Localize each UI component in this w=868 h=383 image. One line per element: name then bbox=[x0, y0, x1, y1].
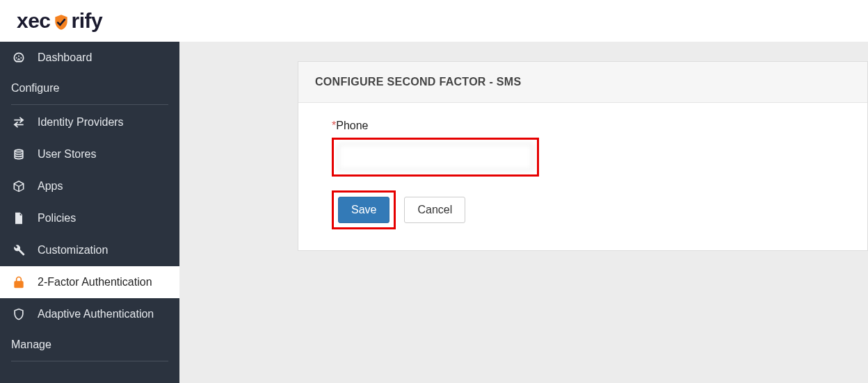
database-icon bbox=[11, 147, 26, 162]
lock-icon bbox=[11, 275, 26, 290]
sidebar-item-label: 2-Factor Authentication bbox=[38, 276, 152, 288]
sidebar-item-label: Customization bbox=[38, 244, 108, 256]
phone-label: *Phone bbox=[332, 120, 848, 132]
sidebar-item-identity-providers[interactable]: Identity Providers bbox=[0, 106, 179, 138]
config-panel: CONFIGURE SECOND FACTOR - SMS *Phone Sav… bbox=[298, 61, 868, 251]
sidebar-item-label: User Stores bbox=[38, 148, 96, 161]
phone-label-text: Phone bbox=[336, 120, 368, 131]
logo-text-prefix: xec bbox=[17, 9, 51, 33]
sidebar: Dashboard Configure Identity Providers U… bbox=[0, 42, 179, 383]
exchange-icon bbox=[11, 115, 26, 130]
sidebar-section-manage: Manage bbox=[0, 330, 179, 359]
sidebar-item-user-stores[interactable]: User Stores bbox=[0, 138, 179, 170]
phone-input[interactable] bbox=[338, 144, 533, 170]
sidebar-item-apps[interactable]: Apps bbox=[0, 170, 179, 202]
wrench-icon bbox=[11, 243, 26, 258]
shield-check-icon bbox=[52, 13, 70, 31]
file-icon bbox=[11, 211, 26, 226]
dashboard-icon bbox=[11, 50, 26, 65]
sidebar-item-label: Identity Providers bbox=[38, 116, 124, 129]
sidebar-item-customization[interactable]: Customization bbox=[0, 234, 179, 266]
sidebar-item-label: Adaptive Authentication bbox=[38, 308, 154, 320]
save-highlight: Save bbox=[332, 190, 396, 229]
sidebar-section-configure: Configure bbox=[0, 74, 179, 103]
phone-highlight bbox=[332, 138, 539, 177]
sidebar-item-policies[interactable]: Policies bbox=[0, 202, 179, 234]
cancel-button[interactable]: Cancel bbox=[404, 197, 465, 223]
box-icon bbox=[11, 179, 26, 194]
sidebar-item-adaptive-auth[interactable]: Adaptive Authentication bbox=[0, 298, 179, 330]
app-header: xec rify bbox=[0, 0, 868, 42]
divider bbox=[11, 361, 168, 361]
sidebar-item-label: Policies bbox=[38, 212, 76, 225]
sidebar-item-dashboard[interactable]: Dashboard bbox=[0, 42, 179, 74]
shield-icon bbox=[11, 307, 26, 322]
content-area: CONFIGURE SECOND FACTOR - SMS *Phone Sav… bbox=[179, 42, 868, 383]
logo-text-suffix: rify bbox=[72, 9, 103, 33]
logo: xec rify bbox=[17, 9, 102, 33]
sidebar-item-2fa[interactable]: 2-Factor Authentication bbox=[0, 266, 179, 298]
phone-field-row: *Phone bbox=[332, 120, 848, 177]
panel-body: *Phone Save Cancel bbox=[298, 103, 867, 250]
sidebar-item-label: Dashboard bbox=[38, 51, 92, 64]
panel-title: CONFIGURE SECOND FACTOR - SMS bbox=[298, 62, 867, 103]
sidebar-item-label: Apps bbox=[38, 180, 63, 193]
save-button[interactable]: Save bbox=[338, 197, 389, 223]
button-row: Save Cancel bbox=[332, 190, 848, 229]
divider bbox=[11, 104, 168, 105]
